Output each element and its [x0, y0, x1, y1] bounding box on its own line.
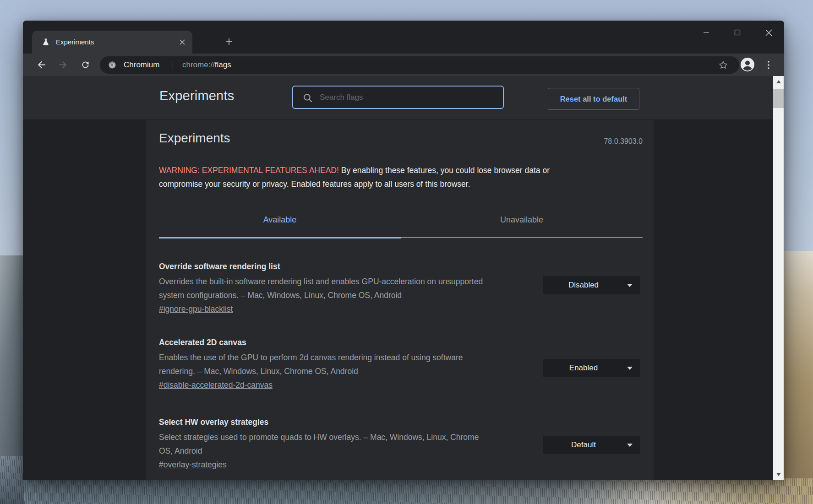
- flag-description-line: Select strategies used to promote quads …: [159, 430, 485, 444]
- reset-all-button[interactable]: Reset all to default: [548, 88, 639, 110]
- browser-toolbar: Chromium chrome://flags: [23, 54, 784, 76]
- warning-label: WARNING: EXPERIMENTAL FEATURES AHEAD!: [159, 166, 339, 175]
- desktop-grass: [0, 478, 813, 504]
- browser-tab-experiments[interactable]: Experiments: [32, 31, 192, 54]
- bookmark-star-icon[interactable]: [718, 60, 728, 70]
- flask-icon: [41, 38, 50, 47]
- warning-text: WARNING: EXPERIMENTAL FEATURES AHEAD! By…: [159, 163, 649, 191]
- close-button[interactable]: [753, 21, 784, 44]
- flag-permalink[interactable]: #overlay-strategies: [159, 458, 227, 471]
- flag-description-line: OS, Android: [159, 444, 485, 458]
- flag-tabs: Available Unavailable: [159, 211, 643, 228]
- flag-entry: Accelerated 2D canvas Enables the use of…: [159, 337, 485, 392]
- flag-value-dropdown[interactable]: Enabled: [543, 359, 640, 377]
- url-text: chrome://flags: [182, 56, 231, 74]
- version-number: 78.0.3903.0: [159, 137, 643, 146]
- address-bar[interactable]: Chromium chrome://flags: [100, 56, 739, 74]
- window-controls: [691, 21, 784, 44]
- warning-line2: compromise your security or privacy. Ena…: [159, 177, 649, 191]
- back-icon[interactable]: [34, 57, 49, 72]
- tab-title: Experiments: [56, 31, 94, 54]
- flags-page: Experiments Reset all to default Experim…: [23, 76, 784, 480]
- tab-strip: Experiments: [23, 21, 784, 54]
- flag-value-label: Enabled: [569, 363, 613, 373]
- flag-description-line: Overrides the built-in software renderin…: [159, 275, 485, 288]
- site-name: Chromium: [124, 56, 159, 74]
- flag-value-dropdown[interactable]: Default: [543, 436, 640, 454]
- desktop-hill-right: [783, 251, 813, 504]
- chromium-logo-icon: [108, 61, 116, 69]
- tab-unavailable[interactable]: Unavailable: [401, 211, 643, 228]
- flag-title: Override software rendering list: [159, 261, 485, 271]
- arrow-down-icon[interactable]: [773, 470, 784, 479]
- desktop-grass-left: [0, 456, 24, 504]
- tab-available[interactable]: Available: [159, 211, 401, 228]
- caret-down-icon: [627, 284, 633, 287]
- flags-page-header: Experiments Reset all to default: [23, 76, 773, 120]
- flag-permalink[interactable]: #disable-accelerated-2d-canvas: [159, 378, 273, 392]
- search-input[interactable]: [320, 87, 498, 107]
- tab-close-icon[interactable]: [179, 38, 186, 46]
- tab-unavailable-underline: [401, 237, 643, 238]
- minimize-button[interactable]: [691, 21, 722, 44]
- flag-value-label: Default: [571, 440, 611, 450]
- new-tab-button[interactable]: [221, 34, 237, 49]
- flag-permalink[interactable]: #ignore-gpu-blacklist: [159, 302, 233, 316]
- flag-title: Select HW overlay strategies: [159, 417, 485, 427]
- page-scrollbar[interactable]: [773, 76, 784, 480]
- forward-icon[interactable]: [55, 57, 71, 72]
- caret-down-icon: [627, 367, 633, 370]
- desktop-background: Experiments: [0, 0, 813, 504]
- flag-title: Accelerated 2D canvas: [159, 337, 485, 347]
- search-icon: [302, 92, 314, 104]
- flag-value-label: Disabled: [568, 281, 614, 290]
- menu-dots-icon[interactable]: [764, 57, 773, 72]
- flag-description-line: rendering. – Mac, Windows, Linux, Chrome…: [159, 364, 485, 378]
- reload-icon[interactable]: [78, 57, 93, 72]
- tab-available-underline: [159, 237, 401, 238]
- caret-down-icon: [627, 444, 633, 447]
- flag-description-line: system configurations. – Mac, Windows, L…: [159, 288, 485, 302]
- url-host: flags: [215, 60, 231, 69]
- flag-entry: Override software rendering list Overrid…: [159, 261, 485, 316]
- maximize-button[interactable]: [722, 21, 753, 44]
- warning-line1: By enabling these features, you could lo…: [341, 166, 550, 175]
- flag-description-line: Enables the use of the GPU to perform 2d…: [159, 351, 485, 364]
- browser-window: Experiments: [23, 21, 784, 480]
- flag-entry: Select HW overlay strategies Select stra…: [159, 417, 485, 471]
- arrow-up-icon[interactable]: [773, 77, 784, 86]
- scrollbar-thumb[interactable]: [773, 89, 784, 108]
- omnibox-separator: [173, 60, 173, 70]
- url-scheme: chrome://: [182, 60, 215, 69]
- flag-value-dropdown[interactable]: Disabled: [543, 276, 640, 294]
- avatar-icon[interactable]: [740, 57, 755, 72]
- search-box: [292, 86, 504, 109]
- page-title: Experiments: [159, 88, 234, 103]
